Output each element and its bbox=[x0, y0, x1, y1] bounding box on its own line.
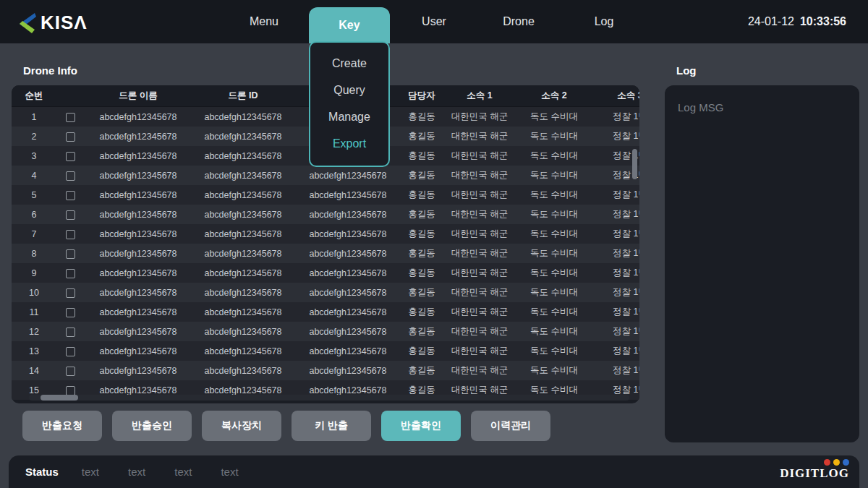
cell-extra: abcdefgh12345678 bbox=[294, 327, 402, 337]
cell-org2: 독도 수비대 bbox=[518, 150, 590, 162]
nav-item-menu[interactable]: Menu bbox=[239, 0, 289, 43]
cell-id: abcdefgh12345678 bbox=[192, 229, 294, 239]
action-button-6[interactable]: 이력관리 bbox=[471, 411, 550, 441]
cell-checkbox bbox=[56, 189, 84, 200]
date-label: 24-01-12 bbox=[748, 15, 794, 28]
row-checkbox[interactable] bbox=[66, 152, 75, 161]
status-text-4: text bbox=[221, 466, 238, 478]
cell-id: abcdefgh12345678 bbox=[192, 385, 294, 395]
cell-id: abcdefgh12345678 bbox=[192, 210, 294, 220]
cell-name: abcdefgh12345678 bbox=[84, 229, 192, 239]
cell-org3: 정찰 1팀 bbox=[590, 325, 639, 338]
column-header-id: 드론 ID bbox=[192, 90, 294, 102]
action-button-5[interactable]: 반출확인 bbox=[381, 411, 461, 441]
cell-org3: 정찰 1팀 bbox=[590, 111, 639, 123]
cell-name: abcdefgh12345678 bbox=[84, 190, 192, 200]
cell-manager: 홍길동 bbox=[402, 130, 441, 142]
cell-name: abcdefgh12345678 bbox=[84, 171, 192, 181]
action-button-1[interactable]: 반출요청 bbox=[22, 411, 102, 441]
logo-dot-1 bbox=[824, 459, 830, 466]
datetime: 24-01-12 10:33:56 bbox=[748, 0, 846, 43]
cell-manager: 홍길동 bbox=[402, 325, 441, 338]
key-menu-item-export[interactable]: Export bbox=[310, 130, 388, 157]
row-checkbox[interactable] bbox=[66, 113, 75, 122]
table-row[interactable]: 8abcdefgh12345678abcdefgh12345678abcdefg… bbox=[12, 244, 639, 263]
table-row[interactable]: 10abcdefgh12345678abcdefgh12345678abcdef… bbox=[12, 283, 639, 302]
row-checkbox[interactable] bbox=[66, 386, 75, 395]
cell-checkbox bbox=[56, 307, 84, 317]
row-checkbox[interactable] bbox=[66, 269, 75, 278]
kisa-logo-text: KISΛ bbox=[41, 12, 88, 34]
table-row[interactable]: 13abcdefgh12345678abcdefgh12345678abcdef… bbox=[12, 341, 639, 361]
action-button-3[interactable]: 복사장치 bbox=[202, 411, 281, 441]
cell-id: abcdefgh12345678 bbox=[192, 132, 294, 142]
nav-item-log[interactable]: Log bbox=[579, 0, 629, 43]
row-checkbox[interactable] bbox=[66, 132, 75, 142]
table-row[interactable]: 12abcdefgh12345678abcdefgh12345678abcdef… bbox=[12, 322, 639, 341]
key-menu-item-manage[interactable]: Manage bbox=[310, 103, 388, 130]
row-checkbox[interactable] bbox=[66, 308, 75, 317]
nav-item-user[interactable]: User bbox=[409, 0, 459, 43]
cell-manager: 홍길동 bbox=[402, 169, 441, 181]
cell-manager: 홍길동 bbox=[402, 228, 441, 240]
row-checkbox[interactable] bbox=[66, 328, 75, 337]
table-row[interactable]: 7abcdefgh12345678abcdefgh12345678abcdefg… bbox=[12, 224, 639, 244]
row-checkbox[interactable] bbox=[66, 249, 75, 259]
nav-item-drone[interactable]: Drone bbox=[493, 0, 544, 43]
kisa-logo-icon bbox=[13, 10, 38, 35]
table-row[interactable]: 5abcdefgh12345678abcdefgh12345678abcdefg… bbox=[12, 185, 639, 205]
column-header-name: 드론 이름 bbox=[84, 90, 192, 102]
cell-id: abcdefgh12345678 bbox=[192, 346, 294, 356]
cell-id: abcdefgh12345678 bbox=[192, 307, 294, 317]
cell-org2: 독도 수비대 bbox=[518, 189, 590, 201]
cell-manager: 홍길동 bbox=[402, 111, 441, 123]
cell-org1: 대한민국 해군 bbox=[441, 111, 518, 123]
cell-extra: abcdefgh12345678 bbox=[294, 307, 402, 317]
column-header-org3: 소속 3 bbox=[590, 90, 639, 102]
action-button-4[interactable]: 키 반출 bbox=[292, 411, 371, 441]
table-row[interactable]: 11abcdefgh12345678abcdefgh12345678abcdef… bbox=[12, 302, 639, 322]
cell-manager: 홍길동 bbox=[402, 208, 441, 221]
cell-org3: 정찰 1팀 bbox=[590, 189, 639, 201]
kisa-logo: KISΛ bbox=[13, 10, 88, 35]
action-button-2[interactable]: 반출승인 bbox=[112, 411, 192, 441]
cell-checkbox bbox=[56, 346, 84, 356]
cell-org2: 독도 수비대 bbox=[518, 208, 590, 221]
cell-name: abcdefgh12345678 bbox=[84, 249, 192, 259]
row-checkbox[interactable] bbox=[66, 230, 75, 239]
vertical-scrollbar-thumb[interactable] bbox=[632, 149, 637, 179]
cell-name: abcdefgh12345678 bbox=[84, 112, 192, 122]
key-menu-item-query[interactable]: Query bbox=[310, 77, 388, 103]
cell-no: 2 bbox=[12, 132, 56, 142]
nav-item-key[interactable]: Key bbox=[309, 7, 390, 43]
row-checkbox[interactable] bbox=[66, 367, 75, 376]
cell-org1: 대한민국 해군 bbox=[441, 364, 518, 377]
table-row[interactable]: 9abcdefgh12345678abcdefgh12345678abcdefg… bbox=[12, 263, 639, 283]
log-panel-title: Log bbox=[676, 64, 697, 77]
cell-org2: 독도 수비대 bbox=[518, 130, 590, 142]
row-checkbox[interactable] bbox=[66, 288, 75, 298]
cell-manager: 홍길동 bbox=[402, 267, 441, 279]
status-text-3: text bbox=[174, 466, 192, 478]
status-title: Status bbox=[25, 466, 59, 478]
key-menu-item-create[interactable]: Create bbox=[310, 50, 388, 77]
cell-org1: 대한민국 해군 bbox=[441, 286, 518, 299]
row-checkbox[interactable] bbox=[66, 171, 75, 181]
cell-org2: 독도 수비대 bbox=[518, 286, 590, 299]
cell-name: abcdefgh12345678 bbox=[84, 307, 192, 317]
table-row[interactable]: 4abcdefgh12345678abcdefgh12345678abcdefg… bbox=[12, 166, 639, 185]
cell-org1: 대한민국 해군 bbox=[441, 130, 518, 142]
cell-checkbox bbox=[56, 111, 84, 121]
cell-extra: abcdefgh12345678 bbox=[294, 385, 402, 395]
row-checkbox[interactable] bbox=[66, 347, 75, 356]
row-checkbox[interactable] bbox=[66, 191, 75, 200]
horizontal-scrollbar-track[interactable] bbox=[29, 395, 629, 401]
row-checkbox[interactable] bbox=[66, 210, 75, 220]
drone-info-title: Drone Info bbox=[23, 64, 77, 77]
table-row[interactable]: 14abcdefgh12345678abcdefgh12345678abcdef… bbox=[12, 361, 639, 380]
cell-id: abcdefgh12345678 bbox=[192, 288, 294, 298]
cell-org2: 독도 수비대 bbox=[518, 325, 590, 338]
horizontal-scrollbar-thumb[interactable] bbox=[41, 395, 78, 401]
table-row[interactable]: 6abcdefgh12345678abcdefgh12345678abcdefg… bbox=[12, 205, 639, 224]
cell-id: abcdefgh12345678 bbox=[192, 249, 294, 259]
